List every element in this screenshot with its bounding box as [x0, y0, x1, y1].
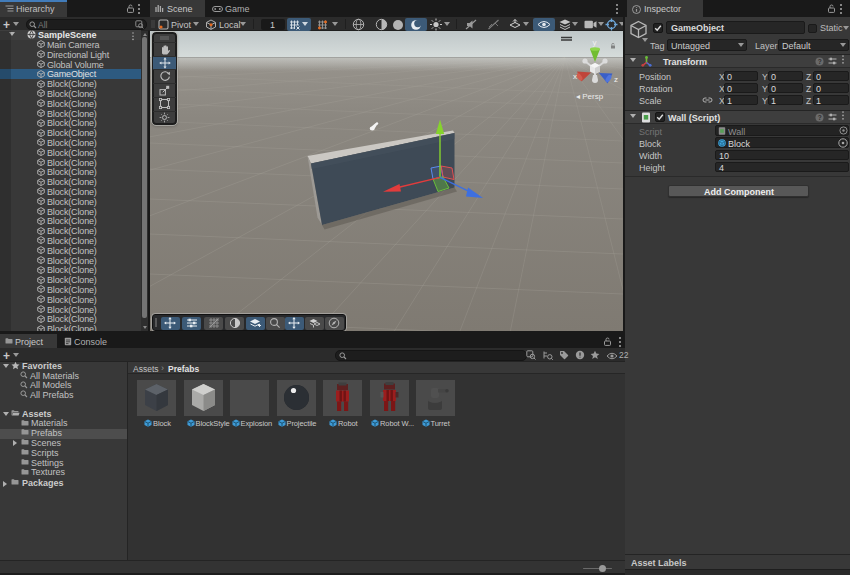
svg-text:?: ?: [818, 58, 822, 65]
svg-text:y: y: [593, 38, 597, 47]
svg-text:◂ Persp: ◂ Persp: [576, 92, 604, 101]
svg-text:?: ?: [818, 114, 822, 121]
svg-text:x: x: [573, 72, 577, 81]
svg-text:z: z: [614, 75, 618, 84]
